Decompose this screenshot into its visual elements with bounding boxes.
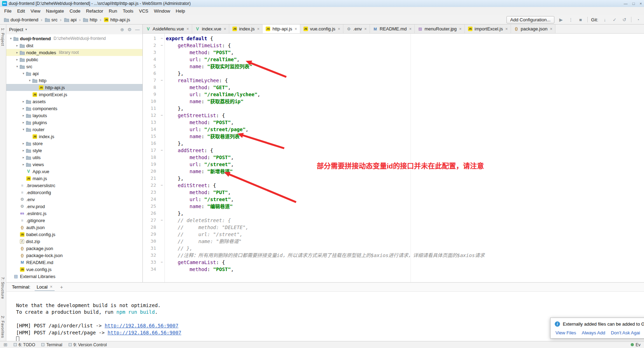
code-line[interactable]: 1−export default {	[143, 35, 644, 42]
code-line[interactable]: 10 name: "获取荔枝的ip"	[143, 98, 644, 105]
menu-refactor[interactable]: Refactor	[83, 8, 106, 14]
tree-item-plugins[interactable]: ▸plugins	[6, 119, 142, 126]
code-line[interactable]: 28 // method: "DELETE",	[143, 224, 644, 231]
fold-marker-icon[interactable]: −	[159, 147, 164, 154]
close-tab-icon[interactable]: ×	[187, 27, 189, 31]
code-line[interactable]: 7− realTimeLychee: {	[143, 77, 644, 84]
chevron-down-icon[interactable]: ▾	[25, 28, 27, 31]
editor-tab-index.vue[interactable]: Vindex.vue×	[192, 24, 230, 33]
close-tab-icon[interactable]: ×	[295, 27, 297, 31]
chevron-down-icon[interactable]: ▾	[21, 72, 26, 75]
menu-navigate[interactable]: Navigate	[43, 8, 66, 14]
code-line[interactable]: 8 method: "GET",	[143, 84, 644, 91]
terminal-link[interactable]: http://192.168.66.56:9007	[107, 330, 181, 335]
add-configuration-button[interactable]: Add Configuration...	[506, 16, 554, 23]
stop-icon[interactable]: ■	[578, 17, 584, 22]
tree-item-.env.prod[interactable]: ⚙.env.prod	[6, 203, 142, 210]
close-tab-icon[interactable]: ×	[459, 27, 462, 31]
new-terminal-icon[interactable]: +	[59, 284, 64, 290]
tree-item-babel.config.js[interactable]: JSbabel.config.js	[6, 231, 142, 238]
code-line[interactable]: 16 },	[143, 140, 644, 147]
hide-panel-icon[interactable]: —	[135, 27, 140, 32]
tree-item-style[interactable]: ▸style	[6, 147, 142, 154]
chevron-down-icon[interactable]: ▾	[27, 79, 32, 82]
fold-marker-icon[interactable]: −	[159, 42, 164, 49]
chevron-right-icon[interactable]: ▸	[21, 107, 26, 110]
chevron-right-icon[interactable]: ▸	[21, 121, 26, 124]
menu-window[interactable]: Window	[151, 8, 173, 14]
code-line[interactable]: 5 name: "获取实时监控列表"	[143, 63, 644, 70]
tree-item-.env[interactable]: ⚙.env	[6, 196, 142, 203]
tree-item-External Libraries[interactable]: ▤External Libraries	[6, 273, 142, 280]
close-tab-icon[interactable]: ×	[338, 27, 340, 31]
tree-item-http[interactable]: ▾http	[6, 77, 142, 84]
tree-item-dist.zip[interactable]: Zdist.zip	[6, 238, 142, 245]
statusbar-item-terminal[interactable]: Terminal	[41, 342, 62, 347]
tree-item-components[interactable]: ▸components	[6, 105, 142, 112]
code-line[interactable]: 27− // deleteStreet: {	[143, 217, 644, 224]
maximize-icon[interactable]: □	[632, 1, 635, 6]
code-line[interactable]: 9 url: "/realTime/lychee",	[143, 91, 644, 98]
always-add-link[interactable]: Always Add	[582, 330, 605, 335]
fold-marker-icon[interactable]: −	[159, 259, 164, 266]
tool-window-structure-button[interactable]: 7: Structure	[1, 277, 5, 299]
chevron-right-icon[interactable]: ▸	[21, 156, 26, 159]
fold-marker-icon[interactable]: −	[159, 112, 164, 119]
code-line[interactable]: 3 method: "POST",	[143, 49, 644, 56]
editor-tab-menuRouter.jpg[interactable]: ▨menuRouter.jpg×	[415, 24, 465, 33]
event-log-button[interactable]: Ev	[631, 342, 640, 347]
tree-item-.browserslistrc[interactable]: ≡.browserslistrc	[6, 182, 142, 189]
code-line[interactable]: 34 method: "POST",	[143, 266, 644, 273]
code-line[interactable]: 12− getStreetList: {	[143, 112, 644, 119]
menu-edit[interactable]: Edit	[14, 8, 28, 14]
code-line[interactable]: 26 },	[143, 210, 644, 217]
tree-item-http-api.js[interactable]: JShttp-api.js	[6, 84, 142, 91]
terminal-tab-local[interactable]: Local ×	[35, 283, 55, 291]
code-line[interactable]: 22− editStreet: {	[143, 182, 644, 189]
git-commit-icon[interactable]: ✓	[611, 17, 618, 22]
menu-tools[interactable]: Tools	[120, 8, 136, 14]
tree-item-main.js[interactable]: JSmain.js	[6, 175, 142, 182]
view-files-link[interactable]: View Files	[555, 330, 576, 335]
code-line[interactable]: 24 url: "/street",	[143, 196, 644, 203]
tree-item-views[interactable]: ▸views	[6, 161, 142, 168]
tree-item-importExcel.js[interactable]: JSimportExcel.js	[6, 91, 142, 98]
minimize-icon[interactable]: —	[624, 1, 628, 6]
tree-item-utils[interactable]: ▸utils	[6, 154, 142, 161]
tree-item-.gitignore[interactable]: ≡.gitignore	[6, 217, 142, 224]
fold-marker-icon[interactable]: −	[159, 77, 164, 84]
dont-ask-again-link[interactable]: Don't Ask Agai	[611, 330, 640, 335]
chevron-right-icon[interactable]: ▸	[15, 58, 20, 61]
code-line[interactable]: 14 url: "/street/page",	[143, 126, 644, 133]
tree-item-layouts[interactable]: ▸layouts	[6, 112, 142, 119]
tree-item-public[interactable]: ▸public	[6, 56, 142, 63]
editor-tab-AsideMenu.vue[interactable]: VAsideMenu.vue×	[143, 24, 192, 33]
chevron-down-icon[interactable]: ▾	[21, 128, 26, 131]
tree-item-App.vue[interactable]: VApp.vue	[6, 168, 142, 175]
project-panel-title[interactable]: Project	[9, 27, 23, 32]
editor-tab-vue.config.js[interactable]: JSvue.config.js×	[300, 24, 343, 33]
tree-item-src[interactable]: ▾src	[6, 63, 142, 70]
statusbar-item-9-version-control[interactable]: 9: Version Control	[69, 342, 107, 347]
code-line[interactable]: 25 name: "编辑巷道"	[143, 203, 644, 210]
close-tab-icon[interactable]: ×	[550, 27, 552, 31]
code-line[interactable]: 15 name: "获取巷道列表"	[143, 133, 644, 140]
gear-icon[interactable]: ⚙	[127, 27, 132, 32]
more-icon[interactable]: ⋮	[568, 17, 574, 22]
menu-help[interactable]: Help	[173, 8, 188, 14]
breadcrumb-duoji-frontend[interactable]: duoji-frontend	[3, 17, 40, 23]
code-line[interactable]: 2− getRealTimeList: {	[143, 42, 644, 49]
tree-item-vue.config.js[interactable]: JSvue.config.js	[6, 266, 142, 273]
close-tab-icon[interactable]: ×	[224, 27, 226, 31]
tree-item-.eslintrc.js[interactable]: ES.eslintrc.js	[6, 210, 142, 217]
editor-tab-http-api.js[interactable]: JShttp-api.js×	[262, 24, 300, 33]
chevron-right-icon[interactable]: ▸	[15, 44, 20, 47]
menu-view[interactable]: View	[28, 8, 43, 14]
chevron-right-icon[interactable]: ▸	[15, 51, 20, 54]
editor-tab-.env[interactable]: ⚙.env×	[343, 24, 370, 33]
fold-marker-icon[interactable]: −	[159, 182, 164, 189]
menu-code[interactable]: Code	[67, 8, 83, 14]
run-icon[interactable]: ▶	[558, 17, 564, 22]
tree-item-index.js[interactable]: JSindex.js	[6, 133, 142, 140]
code-line[interactable]: 4 url: "/realTime",	[143, 56, 644, 63]
